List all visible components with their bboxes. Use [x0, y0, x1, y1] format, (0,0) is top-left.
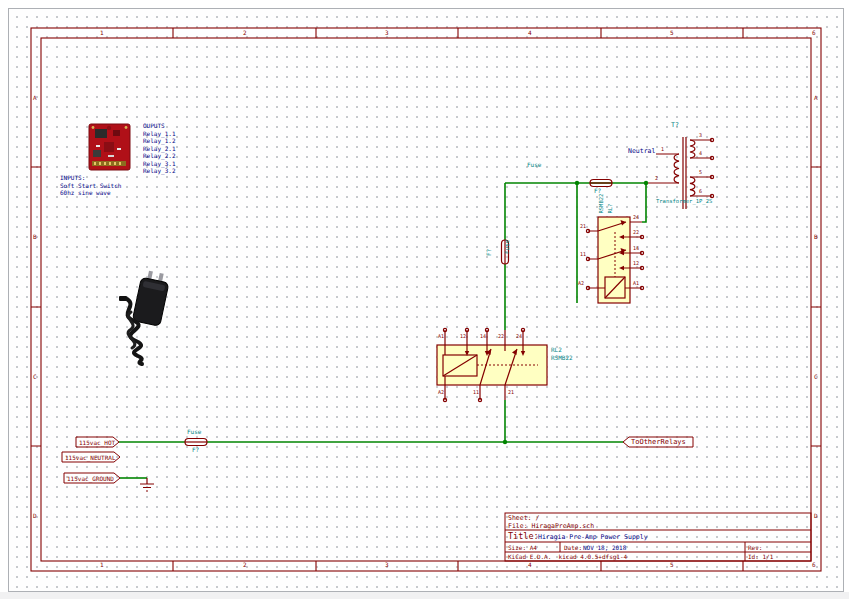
relay-top-value[interactable]: RSMB22	[599, 194, 605, 214]
frame-column-label: 3	[385, 30, 389, 36]
pin-number: 12	[460, 334, 466, 339]
frame-column-label: 4	[528, 562, 532, 568]
pin-number: 6	[699, 189, 702, 194]
note-outputs-title[interactable]: OUPUTS	[143, 123, 165, 129]
tb-app-version: KiCad E.D.A. kicad 4.0.5+dfsg1-4	[508, 554, 627, 560]
pin-number: 12	[633, 261, 639, 266]
pin-number: 4	[699, 151, 702, 156]
frame-column-label: 6	[812, 562, 816, 568]
fuse-mid-value[interactable]: Fuse	[504, 240, 510, 254]
pin-number: 5	[699, 170, 702, 175]
frame-row-label: B	[814, 234, 818, 240]
pin-number: A2	[438, 390, 444, 395]
relay-top-ref[interactable]: RL?	[608, 204, 614, 214]
pin-number: 14	[633, 246, 639, 251]
pin-number: 24	[516, 334, 522, 339]
fuse-input-ref[interactable]: F?	[192, 447, 199, 453]
power-adapter-image[interactable]	[119, 269, 171, 364]
pin-number: A1	[633, 281, 639, 286]
frame-column-label: 3	[385, 562, 389, 568]
frame-column-label: 2	[243, 562, 247, 568]
frame-column-label: 1	[100, 30, 104, 36]
frame-column-label: 1	[100, 562, 104, 568]
tb-sheet: Sheet: /	[508, 515, 539, 522]
net-label-ground[interactable]: 115vac_GROUND	[67, 476, 114, 482]
pin-number: 11	[580, 252, 586, 257]
relay-bottom-symbol[interactable]	[437, 328, 547, 401]
net-label-hot[interactable]: 115vac_HOT	[79, 440, 115, 446]
note-inputs-line[interactable]: Soft Start Switch	[60, 183, 121, 189]
global-label-outlines[interactable]	[62, 437, 693, 483]
tb-date-value: NOV 18, 2018	[583, 545, 626, 551]
tb-title-label: Title:	[508, 532, 539, 541]
note-inputs-line[interactable]: 60hz sine wave	[60, 190, 111, 196]
tb-file: File: HiragaPreAmp.sch	[508, 523, 594, 530]
fuse-primary-value[interactable]: Fuse	[527, 162, 541, 168]
fuse-input-value[interactable]: Fuse	[187, 429, 201, 435]
frame-column-label: 2	[243, 30, 247, 36]
note-inputs-line[interactable]: INPUTS:	[60, 175, 85, 181]
frame-row-label: B	[33, 234, 37, 240]
fuse-primary-symbol[interactable]	[590, 180, 612, 187]
pin-number: 21	[508, 390, 514, 395]
pin-number: 24	[633, 215, 639, 220]
relay-bottom-ref[interactable]: RL2	[551, 347, 562, 353]
pin-number: 3	[699, 133, 702, 138]
tb-size: Size: A4	[508, 545, 537, 551]
note-output-item[interactable]: Relay_2.1	[143, 146, 176, 152]
fuse-input-symbol[interactable]	[185, 439, 207, 446]
transformer-ref[interactable]: T?	[671, 122, 679, 129]
note-output-item[interactable]: Relay_1.2	[143, 138, 176, 144]
pcb-photo-image[interactable]	[89, 124, 130, 170]
tb-rev: Rev:	[748, 545, 762, 551]
pin-number: 2	[655, 176, 658, 181]
schematic-canvas	[0, 0, 849, 599]
pin-number: 14	[480, 334, 486, 339]
relay-bottom-value[interactable]: RSMB22	[551, 355, 573, 361]
net-label-to-other-relays[interactable]: ToOtherRelays	[631, 439, 686, 446]
pin-number: A2	[578, 281, 584, 286]
frame-column-label: 6	[812, 30, 816, 36]
net-label-neutral-in[interactable]: 115vac_NEUTRAL	[65, 455, 116, 461]
tb-date-label: Date:	[564, 545, 582, 551]
pin-number: 11	[473, 390, 479, 395]
note-output-item[interactable]: Relay_2.2	[143, 153, 176, 159]
note-output-item[interactable]: Relay_3.1	[143, 161, 176, 167]
frame-row-label: C	[814, 374, 818, 380]
net-label-neutral[interactable]: Neutral	[628, 148, 655, 155]
note-output-item[interactable]: Relay_3.2	[143, 168, 176, 174]
frame-row-label: C	[33, 374, 37, 380]
frame-column-label: 5	[670, 562, 674, 568]
frame-row-label: D	[33, 513, 37, 519]
ground-symbol[interactable]	[140, 478, 154, 491]
pin-number: 22	[498, 334, 504, 339]
frame-column-label: 5	[670, 30, 674, 36]
pin-number: 1	[661, 147, 664, 152]
note-output-item[interactable]: Relay_1.1	[143, 131, 176, 137]
pin-number: 22	[633, 230, 639, 235]
transformer-value[interactable]: Transformer_1P_2S	[656, 199, 712, 205]
schematic-editor-canvas: 1 2 3 4 5 6 1 2 3 4 5 6 A B C D A B C D …	[0, 0, 849, 599]
frame-row-label: A	[814, 95, 818, 101]
tb-id: Id: 1/1	[748, 554, 773, 560]
fuse-mid-ref[interactable]: F?	[486, 249, 492, 256]
pin-number: 21	[580, 224, 586, 229]
frame-row-label: D	[814, 513, 818, 519]
frame-column-label: 4	[528, 30, 532, 36]
pin-number: A1	[438, 334, 444, 339]
frame-row-label: A	[33, 95, 37, 101]
tb-title-value: Hiragia Pre-Amp Power Supply	[538, 534, 648, 541]
